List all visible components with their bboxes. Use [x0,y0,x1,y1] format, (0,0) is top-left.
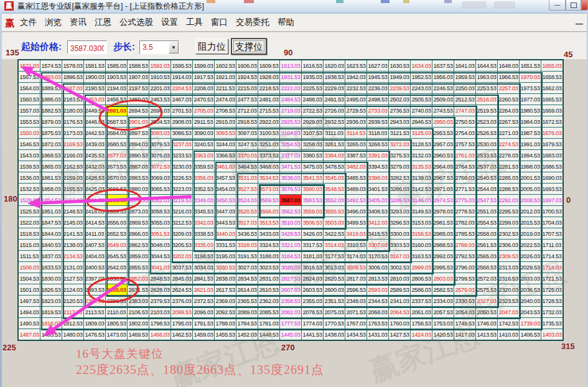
gann-cell: 1704.03 [541,217,562,228]
gann-cell: 1833.53 [40,262,62,273]
resistance-button[interactable]: 阻力位 [195,39,228,54]
gann-cell: 3436.53 [236,228,258,239]
mdi-minimize-button[interactable]: — [573,16,586,28]
gann-cell: 3440.03 [215,228,236,239]
gann-cell: 2215.03 [236,83,258,93]
gann-cell: 3429.53 [280,228,301,239]
gann-cell: 2316.53 [498,273,519,284]
gann-cell: 2078.53 [302,307,323,317]
gann-cell: 3128.53 [411,139,432,149]
gann-cell: 3111.03 [324,128,345,138]
gann-cell: 2631.53 [128,284,149,295]
gann-cell: 2810.03 [389,273,410,284]
combobox-dropdown-arrow-icon[interactable]: ▼ [169,41,179,54]
gann-cell: 2257.03 [498,83,519,93]
gann-cell: 3205.53 [171,240,192,250]
gann-cell: 1403.03 [541,329,562,340]
menu-item[interactable]: 文件 [20,17,37,28]
gann-cell: 2512.53 [454,94,475,105]
gann-cell: 3576.53 [280,184,301,194]
menu-item[interactable]: 工具 [186,17,203,28]
gann-cell: 3016.53 [302,262,323,273]
gann-cell: 2834.53 [236,273,258,284]
gann-cell: 2141.53 [62,228,83,239]
gann-cell: 2624.53 [171,284,192,295]
gann-cell: 2509.03 [432,94,454,105]
gann-cell: 2649.03 [106,240,127,250]
gann-cell: 2855.53 [128,262,149,273]
menu-item[interactable]: 公式选股 [119,17,153,28]
gann-cell: 1770.53 [324,318,345,329]
gann-cell: 2306.03 [498,240,519,250]
gann-cell: 2145.03 [62,217,83,228]
gann-cell: 1872.03 [40,139,62,149]
angle-label-135: 135 [6,48,19,57]
gann-cell: 1837.03 [40,251,62,261]
app-logo-small-icon: 赢 [5,17,16,28]
gann-cell: 2516.03 [476,94,497,105]
gann-cell: 2337.53 [411,296,432,306]
gann-cell: 1690.03 [541,172,562,183]
gann-cell: 2012.03 [520,206,541,217]
gann-cell: 1438.03 [324,329,345,340]
gann-cell: 2148.53 [62,206,83,217]
gann-cell: 2985.03 [432,228,454,239]
gann-cell: 1728.53 [541,296,562,306]
gann-cell: 2008.53 [520,195,541,205]
angle-label-0: 0 [566,195,571,205]
gann-cell: 2638.53 [106,273,127,284]
gann-cell: 3363.03 [193,150,214,161]
gann-cell: 1525.53 [19,206,40,217]
gann-cell: 2610.53 [258,284,279,295]
gann-cell: 1567.53 [19,72,40,82]
gann-cell: 1970.03 [520,72,541,82]
menu-item[interactable]: 江恩 [95,17,111,28]
gann-cell: 3107.53 [302,128,323,138]
minimize-button[interactable]: — [549,0,566,11]
gann-cell: 2908.03 [171,116,192,127]
gann-cell: 3401.53 [367,184,388,194]
gann-cell: 2285.03 [498,172,519,183]
gann-cell: 2817.03 [345,273,366,284]
menu-item[interactable]: 窗口 [211,17,228,28]
start-price-input[interactable] [67,40,107,54]
gann-cell: 3457.53 [215,172,236,183]
angle-label-315: 315 [561,342,575,351]
gann-cell: 3030.53 [215,262,236,273]
gann-cell: 3279.03 [389,161,410,172]
gann-cell: 2533.53 [476,150,497,161]
gann-cell: 3352.53 [193,184,214,194]
gann-cell: 2946.53 [411,116,432,127]
gann-cell: 2831.03 [258,273,279,284]
gann-cell: 2033.03 [520,273,541,284]
menu-item[interactable]: 交易委托 [236,17,269,28]
menu-item[interactable]: 设置 [161,17,178,28]
gann-cell: 3534.53 [258,172,279,183]
gann-cell: 2593.03 [367,284,388,295]
gann-cell: 1742.53 [498,318,519,329]
support-button[interactable]: 支撑位 [231,38,267,55]
gann-cell: 3499.53 [345,217,366,228]
gann-cell: 3384.03 [324,150,345,161]
menu-item[interactable]: 资讯 [70,17,86,28]
gann-cell: 3475.03 [302,161,323,172]
gann-cell: 2554.53 [476,217,497,228]
gann-cell: 2883.53 [128,172,149,183]
gann-cell: 1858.03 [40,184,62,194]
gann-cell: 2334.03 [432,296,454,306]
menu-item[interactable]: 帮助 [278,17,294,28]
gann-cell: 1504.53 [19,273,40,284]
close-button[interactable] [581,0,588,11]
gann-cell: 3230.03 [171,161,192,172]
gann-cell: 2967.53 [432,172,454,183]
restore-button[interactable] [566,0,581,11]
gann-cell: 2281.53 [498,161,519,172]
gann-cell: 1511.53 [19,251,40,261]
gann-cell: 2726.03 [324,105,345,116]
gann-cell: 3258.03 [302,139,323,149]
gann-cell: 2652.53 [106,228,127,239]
gann-cell: 2544.03 [476,184,497,194]
gann-cell: 2054.03 [454,307,475,317]
gann-cell: 2278.03 [498,150,519,161]
menu-item[interactable]: 浏览 [45,17,62,28]
